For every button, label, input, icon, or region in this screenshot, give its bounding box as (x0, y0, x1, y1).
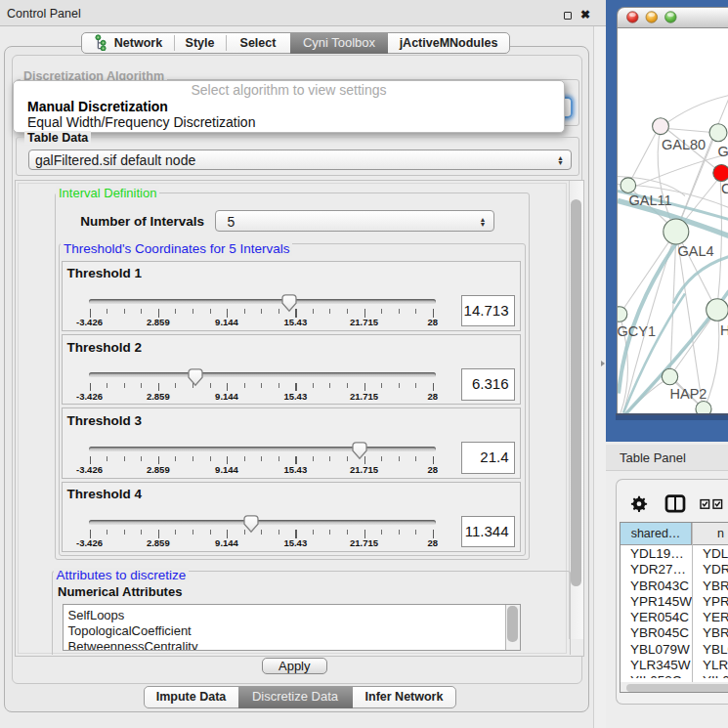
svg-text:H: H (720, 322, 728, 338)
svg-text:G.: G. (718, 143, 728, 158)
svg-text:GAL80: GAL80 (662, 136, 706, 151)
svg-text:GAL4: GAL4 (678, 242, 714, 258)
svg-text:GCY1: GCY1 (618, 322, 656, 338)
svg-text:C: C (721, 180, 728, 195)
svg-text:GAL11: GAL11 (629, 192, 672, 207)
svg-text:HAP2: HAP2 (670, 386, 707, 402)
